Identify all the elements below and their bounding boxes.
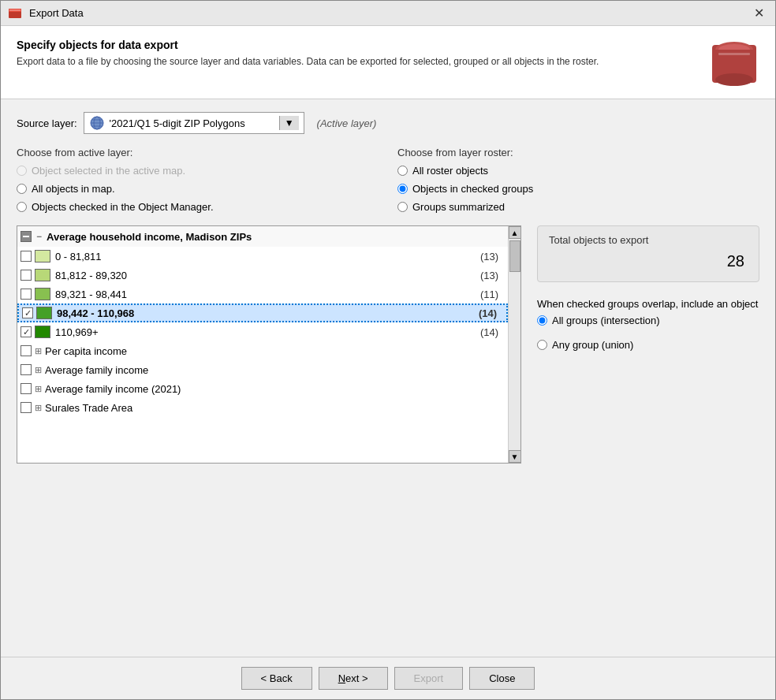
total-value: 28 <box>549 249 748 274</box>
item-count-3: (11) <box>480 289 498 300</box>
radio-checked-manager-input[interactable] <box>17 202 27 212</box>
item-swatch-3 <box>35 288 50 300</box>
expand-icon-4[interactable]: ⊞ <box>35 403 42 413</box>
tree-item[interactable]: 81,812 - 89,320 (13) <box>17 266 508 285</box>
item-label-1: 0 - 81,811 <box>55 251 480 262</box>
tree-item[interactable]: ⊞ Per capita income <box>17 341 508 360</box>
close-button[interactable]: Close <box>469 667 535 690</box>
item-label-5: 110,969+ <box>55 326 480 338</box>
sub-checkbox-1[interactable] <box>21 345 32 356</box>
total-box: Total objects to export 28 <box>537 225 759 282</box>
footer: < Back Next > Export Close <box>1 657 775 699</box>
radio-intersection-input[interactable] <box>537 315 547 326</box>
header-description: Export data to a file by choosing the so… <box>17 54 696 69</box>
expand-icon-1[interactable]: ⊞ <box>35 346 42 356</box>
radio-all-map-label: All objects in map. <box>32 183 115 195</box>
tree-group-header[interactable]: − Average household income, Madison ZIPs <box>17 226 508 247</box>
radio-groups-summarized-input[interactable] <box>397 202 408 212</box>
item-swatch-2 <box>35 269 50 281</box>
item-swatch-4 <box>36 307 52 319</box>
sub-label-3: Average family income (2021) <box>45 383 505 395</box>
tree-item[interactable]: 89,321 - 98,441 (11) <box>17 285 508 303</box>
sub-checkbox-3[interactable] <box>21 383 32 394</box>
radio-checked-manager-label: Objects checked in the Object Manager. <box>32 201 214 213</box>
radio-all-roster-label: All roster objects <box>412 165 488 177</box>
expand-icon-3[interactable]: ⊞ <box>35 384 42 394</box>
scroll-thumb[interactable] <box>509 240 520 272</box>
source-label: Source layer: <box>17 117 77 129</box>
active-layer-text: (Active layer) <box>317 117 377 129</box>
radio-checked-groups-input[interactable] <box>397 184 408 194</box>
item-label-4: 98,442 - 110,968 <box>57 307 479 319</box>
back-label: < Back <box>261 672 293 684</box>
scroll-up-button[interactable]: ▲ <box>509 226 521 239</box>
right-radio-group: All roster objects Objects in checked gr… <box>397 165 759 213</box>
tree-scroll[interactable]: − Average household income, Madison ZIPs… <box>17 226 508 463</box>
right-section-title: Choose from layer roster: <box>397 147 759 158</box>
header-title: Specify objects for data export <box>17 39 696 51</box>
radio-union[interactable]: Any group (union) <box>537 339 759 351</box>
item-swatch-5 <box>35 326 50 338</box>
radio-groups-summarized-label: Groups summarized <box>412 201 505 213</box>
svg-rect-8 <box>718 53 750 55</box>
options-columns: Choose from active layer: Object selecte… <box>17 147 759 213</box>
back-button[interactable]: < Back <box>241 667 312 690</box>
tree-scrollbar[interactable]: ▲ ▼ <box>508 226 520 463</box>
radio-checked-manager[interactable]: Objects checked in the Object Manager. <box>17 201 379 213</box>
radio-groups-summarized[interactable]: Groups summarized <box>397 201 759 213</box>
sub-label-2: Average family income <box>45 364 505 376</box>
item-label-2: 81,812 - 89,320 <box>55 270 480 281</box>
tree-item[interactable]: 0 - 81,811 (13) <box>17 247 508 266</box>
item-checkbox-5[interactable] <box>21 326 32 337</box>
radio-intersection[interactable]: All groups (intersection) <box>537 315 759 326</box>
radio-all-roster-input[interactable] <box>397 166 408 176</box>
source-select-wrapper[interactable]: '2021/Q1 5-digit ZIP Polygons ▼ <box>84 112 304 134</box>
tree-item[interactable]: ⊞ Average family income <box>17 360 508 379</box>
sub-label-1: Per capita income <box>45 345 505 357</box>
item-checkbox-2[interactable] <box>21 270 32 281</box>
radio-union-label: Any group (union) <box>552 339 633 351</box>
item-checkbox-4[interactable] <box>22 307 33 318</box>
radio-checked-groups-label: Objects in checked groups <box>412 183 533 195</box>
header-section: Specify objects for data export Export d… <box>1 26 775 99</box>
item-checkbox-1[interactable] <box>21 251 32 262</box>
sub-checkbox-4[interactable] <box>21 402 32 413</box>
source-layer-row: Source layer: '2021/Q1 5-digit ZIP Polyg… <box>17 112 759 134</box>
tree-item-selected[interactable]: 98,442 - 110,968 (14) <box>17 303 508 322</box>
titlebar: Export Data ✕ <box>1 1 775 26</box>
expand-icon-2[interactable]: ⊞ <box>35 365 42 375</box>
right-side-panel: Total objects to export 28 When checked … <box>537 225 759 464</box>
item-count-5: (14) <box>480 326 498 338</box>
radio-selected-map-input[interactable] <box>17 166 27 176</box>
item-checkbox-3[interactable] <box>21 289 32 300</box>
radio-all-map[interactable]: All objects in map. <box>17 183 379 195</box>
close-button[interactable]: ✕ <box>749 4 769 22</box>
next-label: Next > <box>338 672 368 684</box>
left-section-title: Choose from active layer: <box>17 147 379 158</box>
globe-icon <box>89 115 105 131</box>
radio-selected-map[interactable]: Object selected in the active map. <box>17 165 379 177</box>
right-options-col: Choose from layer roster: All roster obj… <box>397 147 759 213</box>
main-row: − Average household income, Madison ZIPs… <box>17 225 759 464</box>
radio-checked-groups[interactable]: Objects in checked groups <box>397 183 759 195</box>
sub-checkbox-2[interactable] <box>21 364 32 375</box>
scroll-down-button[interactable]: ▼ <box>509 450 521 463</box>
radio-union-input[interactable] <box>537 340 547 350</box>
source-dropdown-button[interactable]: ▼ <box>279 116 299 130</box>
group-header-label: Average household income, Madison ZIPs <box>47 231 252 243</box>
radio-all-map-input[interactable] <box>17 184 27 194</box>
tree-item[interactable]: ⊞ Surales Trade Area <box>17 398 508 417</box>
overlap-section: When checked groups overlap, include an … <box>537 298 759 351</box>
group-indeterminate-checkbox[interactable] <box>21 231 32 242</box>
overlap-radio-group: All groups (intersection) Any group (uni… <box>537 315 759 351</box>
tree-item[interactable]: 110,969+ (14) <box>17 322 508 341</box>
left-options-col: Choose from active layer: Object selecte… <box>17 147 379 213</box>
collapse-button[interactable]: − <box>35 231 43 242</box>
header-text: Specify objects for data export Export d… <box>17 39 696 69</box>
radio-all-roster[interactable]: All roster objects <box>397 165 759 177</box>
item-swatch-1 <box>35 250 50 262</box>
next-button[interactable]: Next > <box>319 667 388 690</box>
export-button[interactable]: Export <box>394 667 464 690</box>
export-dialog: Export Data ✕ Specify objects for data e… <box>0 0 776 700</box>
tree-item[interactable]: ⊞ Average family income (2021) <box>17 379 508 398</box>
